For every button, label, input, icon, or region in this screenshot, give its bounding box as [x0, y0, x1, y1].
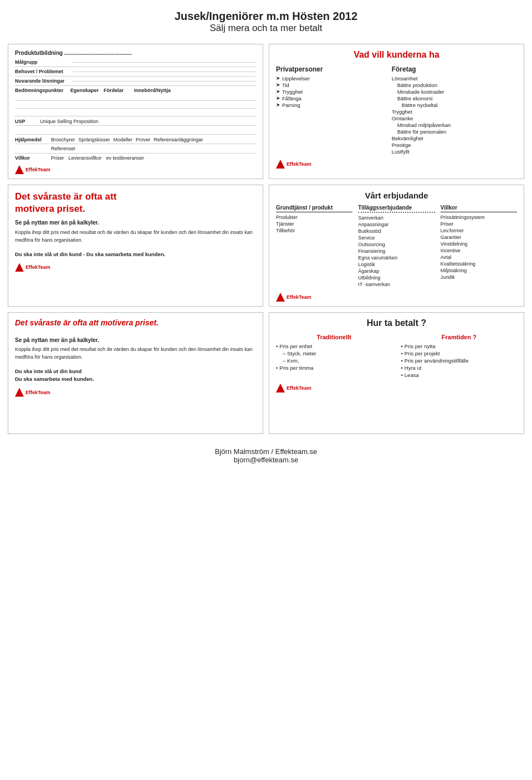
hjalp-item-2: Modeller — [114, 137, 133, 142]
slide2-foretag-9: Bekvämlighet — [392, 135, 517, 141]
villkor-item-0: Priser — [51, 155, 64, 161]
slide2-item-3: ➤Fåfänga — [276, 95, 381, 101]
losningar-row: Nuvarande lösningar — [15, 78, 256, 86]
slide4-col1-item-1: Tjänster — [276, 221, 352, 227]
main-title: Jusek/Ingeniörer m.m Hösten 2012 — [0, 10, 532, 23]
slide4-col2-item-8: Ägarskap — [358, 268, 434, 274]
losningar-label: Nuvarande lösningar — [15, 78, 70, 84]
effekteam-label-6: EffekTeam — [287, 385, 311, 391]
slide5-footer: EffekTeam — [15, 388, 256, 397]
villkor-row: Villkor Priser Leveransvillkor ev testle… — [15, 155, 256, 161]
slide2-title: Vad vill kunderna ha — [276, 50, 517, 60]
effekteam-logo-4: EffekTeam — [276, 293, 311, 302]
slide6-col-traditionellt: Traditionellt •Pris per enhet – Styck, m… — [276, 334, 392, 379]
slide1-footer: EffekTeam — [15, 165, 256, 174]
slide5-body2: Du ska inte slå ut din kund — [15, 368, 256, 375]
slide2-foretag-8: Bättre för personalen — [392, 129, 517, 135]
effekteam-label-5: EffekTeam — [25, 390, 50, 395]
slide6-trad-2: – Kvm, — [276, 358, 392, 364]
effekteam-logo-2: EffekTeam — [276, 160, 311, 169]
bedompunkter-label: Bedömningspunkter — [15, 88, 70, 93]
villkor-item-2: ev testleveranser — [106, 155, 145, 161]
slide6-trad-0: •Pris per enhet — [276, 343, 392, 349]
villkor-item-1: Leveransvillkor — [69, 155, 102, 161]
slide2-item-4: ➤Parning — [276, 102, 381, 108]
fordelar-col: Fördelar — [104, 88, 134, 93]
slide5-body3: Du ska samarbeta med kunden. — [15, 375, 256, 383]
slide4-col3-item-5: Incentive — [441, 248, 517, 253]
slide2-col2-title: Företag — [392, 65, 517, 73]
slide2-foretag-5: Trygghet — [392, 109, 517, 115]
slide4-col-tillagg: Tilläggsserbjudande Samverkan Anpassning… — [358, 205, 434, 288]
slide6-fram-0: •Pris per nytta — [401, 343, 518, 349]
slide4-col1-title: Grundtjänst / produkt — [276, 205, 352, 212]
slide4-col-grundt: Grundtjänst / produkt Produkter Tjänster… — [276, 205, 352, 288]
slide-2: Vad vill kunderna ha Privatpersoner ➤Upp… — [269, 44, 524, 179]
slide6-fram-3: •Hyra ut — [401, 365, 518, 371]
slide2-foretag-2: Minskade kostnader — [392, 89, 517, 95]
slide-4: Vårt erbjudande Grundtjänst / produkt Pr… — [269, 185, 524, 307]
slide4-col2-item-1: Anpassningar — [358, 222, 434, 227]
slide2-item-0: ➤Upplevelser — [276, 75, 381, 81]
slide2-item-2: ➤Trygghet — [276, 89, 381, 95]
slide4-col2-title: Tilläggsserbjudande — [358, 205, 434, 213]
slide3-footer: EffekTeam — [15, 263, 256, 272]
villkor-label: Villkor — [15, 155, 51, 161]
slide-6: Hur ta betalt ? Traditionellt •Pris per … — [269, 312, 524, 434]
slide4-footer: EffekTeam — [276, 293, 517, 302]
effekteam-label-3: EffekTeam — [25, 264, 50, 270]
slide3-title-line1: Det svåraste är ofta att — [15, 191, 116, 202]
effekteam-label-4: EffekTeam — [287, 294, 311, 300]
slide3-body2: Du ska inte slå ut din kund - Du ska sam… — [15, 251, 256, 258]
slide4-col3-item-2: Lev.former — [441, 228, 517, 233]
hjalp-row: Hjälpmedel Broschyrer Sprängskisser Mode… — [15, 137, 256, 144]
slide6-fram-4: •Leasa — [401, 372, 518, 378]
slide2-col1-title: Privatpersoner — [276, 65, 381, 73]
slide6-trad-3: •Pris per timma — [276, 365, 392, 371]
slide2-item-1: ➤Tid — [276, 82, 381, 88]
slide4-col2-item-5: Finansiering — [358, 248, 434, 254]
slide2-footer: EffekTeam — [276, 160, 517, 169]
slide4-col-villkor: Villkor Prissättningssystem Priser Lev.f… — [441, 205, 517, 288]
slide4-col3-item-7: Kvalitetssäkring — [441, 261, 517, 267]
slide2-foretag-7: Minskad miljöpåverkan — [392, 122, 517, 128]
hjalp-item-3: Prover — [136, 137, 151, 142]
slide4-col2-item-9: Utbildning — [358, 275, 434, 281]
slide6-col1-title: Traditionellt — [276, 334, 392, 340]
behovet-row: Behovet / Problemet — [15, 69, 256, 77]
slide6-title: Hur ta betalt ? — [276, 318, 517, 328]
slide-1: Produktutbildning ......................… — [8, 44, 263, 179]
slide4-col3-item-4: Vinstdelning — [441, 241, 517, 247]
slide6-fram-1: •Pris per projekt — [401, 350, 518, 356]
slide4-col2-item-0: Samverkan — [358, 215, 434, 221]
hjalp-item-4: Referensanläggningar — [154, 137, 203, 142]
behovet-label: Behovet / Problemet — [15, 69, 70, 74]
slide6-columns: Traditionellt •Pris per enhet – Styck, m… — [276, 334, 517, 379]
slide4-col3-item-1: Priser — [441, 221, 517, 227]
effekteam-logo-3: EffekTeam — [15, 263, 50, 272]
hjalp-item-0: Broschyrer — [51, 137, 75, 142]
slide3-sub: Se på nyttan mer än på kalkyler. — [15, 220, 256, 226]
slide2-foretag-11: Lustfyllt — [392, 149, 517, 155]
slide-5: Det svåraste är ofta att motivera priset… — [8, 312, 263, 434]
slide1-title: Produktutbildning ......................… — [15, 50, 256, 56]
slide4-title: Vårt erbjudande — [276, 191, 517, 200]
effekteam-label-2: EffekTeam — [287, 161, 311, 167]
slide2-foretag-4: Bättre nyckeltal — [392, 102, 517, 108]
effekteam-logo-1: EffekTeam — [15, 165, 50, 174]
effekteam-logo-6: EffekTeam — [276, 384, 311, 392]
effekteam-logo-icon — [15, 165, 24, 174]
malgrupp-row: Målgrupp — [15, 59, 256, 67]
slide6-col-framtiden: Framtiden ? •Pris per nytta •Pris per pr… — [401, 334, 518, 379]
slide4-col3-title: Villkor — [441, 205, 517, 212]
slide4-col2-item-4: Outsourcing — [358, 242, 434, 247]
slide6-fram-2: •Pris per användningstillfälle — [401, 358, 518, 364]
bedompunkter-header: Bedömningspunkter Egenskaper Fördelar In… — [15, 88, 256, 93]
slide2-foretag-10: Prestige — [392, 142, 517, 148]
slide3-title-line2: motivera priset. — [15, 203, 85, 214]
slide-3: Det svåraste är ofta att motivera priset… — [8, 185, 263, 307]
slide5-body1: Koppla ihop ditt pris med det resultat o… — [15, 346, 256, 361]
hjalp-label: Hjälpmedel — [15, 137, 51, 142]
footer-line1: Björn Malmström / Effekteam.se — [0, 447, 532, 456]
slide5-title: Det svåraste är ofta att motivera priset… — [15, 318, 256, 327]
